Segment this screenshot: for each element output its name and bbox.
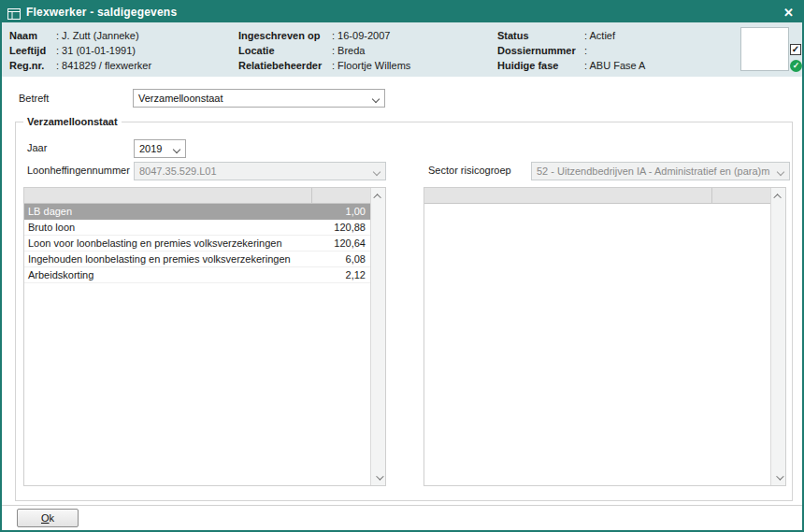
row-label: Arbeidskorting (24, 269, 312, 280)
chevron-down-icon (372, 95, 380, 103)
chevron-down-icon (173, 146, 180, 153)
list-header (424, 188, 770, 204)
row-value: 2,12 (312, 269, 370, 280)
field-label: Dossiernummer (497, 45, 584, 56)
field-value: : 31 (01-01-1991) (56, 45, 136, 56)
vertical-scrollbar[interactable] (370, 188, 385, 485)
field-label: Ingeschreven op (238, 30, 332, 41)
scroll-up-icon[interactable] (371, 189, 385, 203)
scroll-down-icon[interactable] (371, 470, 385, 484)
dialog-footer: Ok (2, 505, 802, 530)
field-label: Relatiebeheerder (238, 60, 332, 71)
field-label: Locatie (238, 45, 332, 56)
jaar-value: 2019 (139, 143, 162, 154)
column-header-name[interactable] (424, 188, 712, 203)
header-field: Ingeschreven op: 16-09-2007 (238, 28, 410, 43)
groupbox-title: Verzamelloonstaat (23, 116, 122, 127)
table-row[interactable]: Loon voor loonbelasting en premies volks… (24, 236, 370, 252)
field-label: Naam (9, 30, 56, 41)
header-field: Relatiebeheerder: Floortje Willems (238, 58, 410, 73)
header-column-1: Naam: J. Zutt (Janneke) Leeftijd: 31 (01… (9, 28, 151, 73)
status-ok-icon: ✓ (790, 60, 802, 72)
titlebar: Flexwerker - saldigegevens ✕ (2, 2, 802, 22)
ok-button[interactable]: Ok (17, 509, 79, 527)
table-row[interactable]: Arbeidskorting 2,12 (24, 267, 370, 283)
table-row[interactable]: LB dagen 1,00 (24, 204, 370, 220)
ok-button-label: Ok (18, 512, 78, 524)
field-value: : J. Zutt (Janneke) (56, 30, 139, 41)
header-info-panel: Naam: J. Zutt (Janneke) Leeftijd: 31 (01… (2, 22, 802, 77)
header-field: Leeftijd: 31 (01-01-1991) (9, 43, 151, 58)
list-body: LB dagen 1,00 Bruto loon 120,88 Loon voo… (24, 204, 370, 485)
column-header-name[interactable] (24, 188, 312, 203)
betreft-select[interactable]: Verzamelloonstaat (133, 89, 385, 108)
table-row[interactable]: Ingehouden loonbelasting en premies volk… (24, 252, 370, 267)
header-field: Reg.nr.: 841829 / flexwerker (9, 58, 151, 73)
loonheffingennummer-value: 8047.35.529.L01 (139, 165, 217, 177)
row-label: Loon voor loonbelasting en premies volks… (24, 237, 312, 249)
row-value: 120,64 (312, 237, 370, 249)
field-value: : ABU Fase A (584, 60, 645, 71)
vertical-scrollbar[interactable] (770, 188, 785, 485)
photo-placeholder (740, 27, 789, 71)
chevron-down-icon (373, 168, 380, 176)
sector-risicogroep-select: 52 - Uitzendbedrijven IA - Administratie… (531, 162, 790, 180)
window-title: Flexwerker - saldigegevens (26, 6, 778, 19)
betreft-label: Betreft (19, 93, 49, 104)
list-body (424, 204, 770, 485)
close-icon[interactable]: ✕ (783, 7, 794, 19)
jaar-label: Jaar (27, 142, 47, 153)
chevron-down-icon (777, 168, 784, 176)
loonheffingennummer-label: Loonheffingennummer (27, 165, 130, 176)
field-label: Status (497, 30, 584, 41)
sector-risicogroep-label: Sector risicogroep (428, 165, 511, 176)
field-label: Huidige fase (497, 60, 584, 71)
header-field: Dossiernummer: (497, 43, 645, 58)
header-field: Locatie: Breda (238, 43, 410, 58)
field-value: : Actief (584, 30, 615, 41)
header-field: Naam: J. Zutt (Janneke) (9, 28, 151, 43)
jaar-select[interactable]: 2019 (134, 139, 186, 158)
betreft-value: Verzamelloonstaat (138, 93, 223, 104)
field-value: : 16-09-2007 (332, 30, 390, 41)
row-value: 120,88 (312, 222, 370, 233)
row-value: 6,08 (312, 253, 370, 265)
window-icon (7, 7, 21, 18)
column-header-value[interactable] (312, 188, 370, 203)
column-header-value[interactable] (712, 188, 770, 203)
dialog-flexwerker-saldigegevens: Flexwerker - saldigegevens ✕ Naam: J. Zu… (0, 0, 804, 532)
row-label: Ingehouden loonbelasting en premies volk… (24, 253, 312, 265)
row-value: 1,00 (312, 206, 370, 217)
header-field: Status: Actief (497, 28, 645, 43)
field-value: : (584, 45, 587, 56)
scroll-up-icon[interactable] (771, 189, 785, 203)
sector-risicogroep-value: 52 - Uitzendbedrijven IA - Administratie… (537, 165, 769, 177)
field-value: : Floortje Willems (332, 60, 410, 71)
sector-listbox (424, 187, 786, 486)
field-label: Leeftijd (9, 45, 56, 56)
list-header (24, 188, 370, 204)
verzamelloonstaat-groupbox: Verzamelloonstaat Jaar 2019 Loonheffinge… (15, 116, 793, 501)
saldi-listbox: LB dagen 1,00 Bruto loon 120,88 Loon voo… (23, 187, 386, 486)
table-row[interactable]: Bruto loon 120,88 (24, 220, 370, 236)
header-field: Huidige fase: ABU Fase A (497, 58, 645, 73)
field-value: : Breda (332, 45, 365, 56)
field-value: : 841829 / flexwerker (56, 60, 151, 71)
field-label: Reg.nr. (9, 60, 56, 71)
scroll-down-icon[interactable] (771, 470, 785, 484)
row-label: Bruto loon (24, 222, 312, 233)
header-column-3: Status: Actief Dossiernummer: Huidige fa… (497, 28, 645, 73)
header-checkbox[interactable]: ✓ (790, 44, 801, 55)
loonheffingennummer-select: 8047.35.529.L01 (134, 162, 386, 180)
row-label: LB dagen (24, 206, 312, 217)
dialog-body: Betreft Verzamelloonstaat Verzamelloonst… (2, 77, 802, 505)
header-column-2: Ingeschreven op: 16-09-2007 Locatie: Bre… (238, 28, 410, 73)
